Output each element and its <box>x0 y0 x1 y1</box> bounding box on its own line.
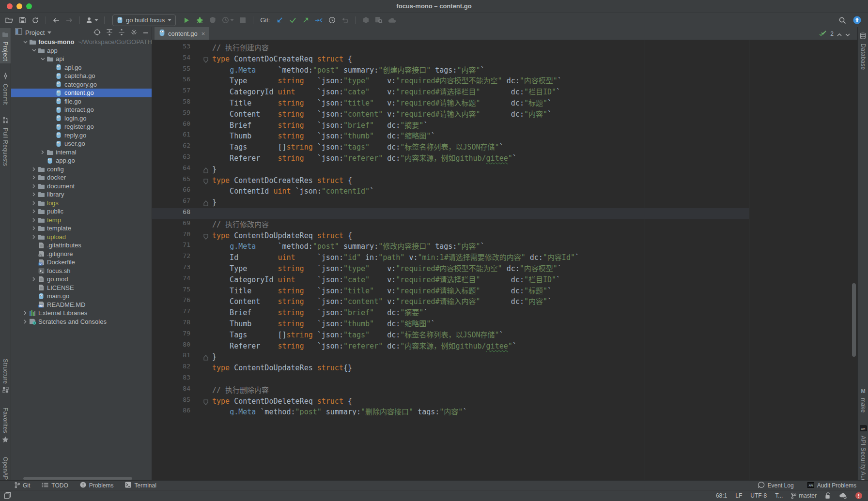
tree-chevron-closed-icon[interactable] <box>31 183 36 188</box>
tree-item-focus-mono[interactable]: focus-mono~/Workspace/Go/GOPATH/src/gith… <box>11 38 152 46</box>
tree-chevron-closed-icon[interactable] <box>31 192 36 197</box>
tree-item-interact.go[interactable]: interact.go <box>11 106 152 114</box>
tree-chevron-closed-icon[interactable] <box>31 277 36 282</box>
tree-item-register.go[interactable]: register.go <box>11 122 152 131</box>
line-number[interactable]: 56 <box>152 76 190 87</box>
tree-item-config[interactable]: config <box>11 165 152 174</box>
tree-chevron-closed-icon[interactable] <box>31 209 36 214</box>
tree-chevron-open-icon[interactable] <box>23 40 28 45</box>
code-line-58[interactable]: 58 Title string `json:"title" v:"require… <box>152 98 749 109</box>
line-number[interactable]: 71 <box>152 241 190 252</box>
locate-file-icon[interactable] <box>93 29 101 38</box>
line-number[interactable]: 60 <box>152 120 190 131</box>
line-number[interactable]: 67 <box>152 197 190 208</box>
code-line-81[interactable]: 81} <box>152 351 749 363</box>
tree-item-main.go[interactable]: main.go <box>11 292 152 301</box>
fold-marker-start-icon[interactable] <box>203 56 208 65</box>
tree-item-api.go[interactable]: api.go <box>11 63 152 72</box>
fold-marker-end-icon[interactable] <box>203 199 208 208</box>
tree-item-captcha.go[interactable]: captcha.go <box>11 72 152 80</box>
tree-item-api[interactable]: api <box>11 55 152 63</box>
code-line-69[interactable]: 69// 执行修改内容 <box>152 219 749 230</box>
tree-item-scratches-and-consoles[interactable]: Scratches and Consoles <box>11 318 152 326</box>
code-line-80[interactable]: 80 Referer string `json:"referer" dc:"内容… <box>152 341 749 352</box>
line-number[interactable]: 53 <box>152 43 190 54</box>
tree-item-library[interactable]: library <box>11 190 152 199</box>
hide-panel-icon[interactable] <box>143 29 149 38</box>
code-line-62[interactable]: 62 Tags []string `json:"tags" dc:"标签名称列表… <box>152 142 749 153</box>
code-line-53[interactable]: 53// 执行创建内容 <box>152 43 749 54</box>
bottom-bar-problems[interactable]: Problems <box>80 482 114 489</box>
tree-item-readme.md[interactable]: MDREADME.MD <box>11 301 152 309</box>
code-line-61[interactable]: 61 Thumb string `json:"thumb" dc:"缩略图"` <box>152 131 749 142</box>
tree-item-.gitattributes[interactable]: .gitattributes <box>11 241 152 250</box>
fold-marker-end-icon[interactable] <box>203 354 208 363</box>
tree-item-temp[interactable]: temp <box>11 216 152 225</box>
code-line-68[interactable]: 68 <box>152 208 749 219</box>
collapse-all-icon[interactable] <box>118 29 125 38</box>
git-update-icon[interactable] <box>275 16 284 25</box>
prev-problem-icon[interactable] <box>837 30 842 38</box>
tree-item-focus.sh[interactable]: focus.sh <box>11 267 152 275</box>
code-line-67[interactable]: 67} <box>152 197 749 208</box>
code-line-70[interactable]: 70type ContentDoUpdateReq struct { <box>152 230 749 242</box>
run-icon[interactable] <box>182 16 191 25</box>
tree-item-app[interactable]: app <box>11 46 152 55</box>
line-number[interactable]: 86 <box>152 407 190 415</box>
line-number[interactable]: 62 <box>152 142 190 153</box>
tree-chevron-closed-icon[interactable] <box>31 217 36 222</box>
tree-chevron-open-icon[interactable] <box>31 48 36 53</box>
git-merge-icon[interactable] <box>314 16 323 25</box>
line-number[interactable]: 59 <box>152 109 190 120</box>
git-branch-widget[interactable]: master <box>791 492 817 499</box>
project-panel-title[interactable]: Project <box>25 29 45 36</box>
tool-tab-favorites[interactable]: Favorites <box>0 405 11 447</box>
code-line-65[interactable]: 65type ContentDoCreateRes struct { <box>152 175 749 186</box>
line-number[interactable]: 80 <box>152 341 190 352</box>
next-problem-icon[interactable] <box>845 30 850 38</box>
tab-content-go[interactable]: content.go × <box>155 27 209 40</box>
tool-tab-project[interactable]: Project <box>0 28 11 63</box>
tree-item-user.go[interactable]: user.go <box>11 139 152 148</box>
debug-icon[interactable] <box>195 16 204 25</box>
line-number[interactable]: 83 <box>152 374 190 385</box>
panel-settings-gear-icon[interactable] <box>130 29 138 38</box>
search-everywhere-icon[interactable] <box>838 16 847 25</box>
tool-tab-pull-requests[interactable]: Pull Requests <box>0 114 11 168</box>
line-number[interactable]: 85 <box>152 396 190 407</box>
tree-chevron-closed-icon[interactable] <box>31 226 36 231</box>
find-usages-icon[interactable] <box>374 16 383 25</box>
line-number[interactable]: 54 <box>152 54 190 65</box>
code-line-83[interactable]: 83 <box>152 374 749 385</box>
code-line-73[interactable]: 73 Type string `json:"type" v:"required#… <box>152 263 749 274</box>
tree-item-public[interactable]: public <box>11 207 152 216</box>
tree-chevron-closed-icon[interactable] <box>31 175 36 180</box>
file-encoding[interactable]: UTF-8 <box>750 492 767 499</box>
line-number[interactable]: 79 <box>152 330 190 341</box>
bottom-bar-event-log[interactable]: Event Log <box>758 482 794 490</box>
line-number[interactable]: 64 <box>152 164 190 175</box>
code-line-64[interactable]: 64} <box>152 164 749 175</box>
code-line-59[interactable]: 59 Content string `json:"content" v:"req… <box>152 109 749 120</box>
editor-viewport[interactable]: 5253// 执行创建内容54type ContentDoCreateReq s… <box>152 40 858 481</box>
bottom-bar-audit-problems[interactable]: APIAudit Problems <box>807 482 856 489</box>
fold-marker-end-icon[interactable] <box>203 167 208 175</box>
save-icon[interactable] <box>18 16 27 25</box>
project-horizontal-scrollbar[interactable] <box>23 477 132 480</box>
line-number[interactable]: 57 <box>152 87 190 98</box>
tree-item-docker[interactable]: docker <box>11 173 152 182</box>
tree-chevron-closed-icon[interactable] <box>23 311 28 316</box>
line-number[interactable]: 69 <box>152 219 190 230</box>
line-number[interactable]: 65 <box>152 175 190 186</box>
tool-tab-api-security-audit[interactable]: APIAPI Security Audit <box>858 422 868 488</box>
open-folder-icon[interactable] <box>5 16 14 25</box>
tree-item-category.go[interactable]: category.go <box>11 80 152 89</box>
code-line-74[interactable]: 74 CategoryId uint `json:"cate" v:"requi… <box>152 274 749 286</box>
coverage-icon[interactable] <box>208 16 217 25</box>
tree-item-license[interactable]: LICENSE <box>11 284 152 292</box>
rollback-icon[interactable] <box>341 16 349 25</box>
git-push-icon[interactable] <box>301 16 310 25</box>
cloud-icon[interactable] <box>388 16 396 25</box>
restore-tool-windows-icon[interactable] <box>4 492 11 501</box>
tab-close-icon[interactable]: × <box>202 30 205 37</box>
